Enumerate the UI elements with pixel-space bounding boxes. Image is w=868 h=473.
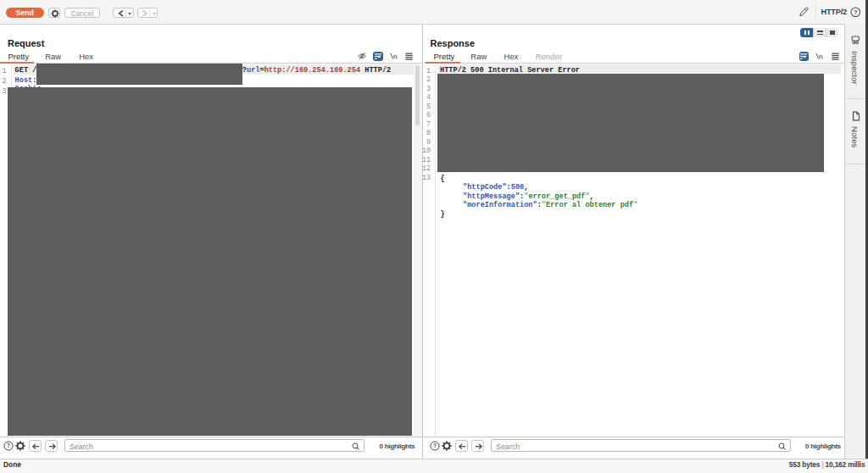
svg-text:?: ?	[854, 9, 857, 15]
svg-text:?: ?	[7, 442, 10, 448]
svg-text:?: ?	[433, 442, 437, 448]
